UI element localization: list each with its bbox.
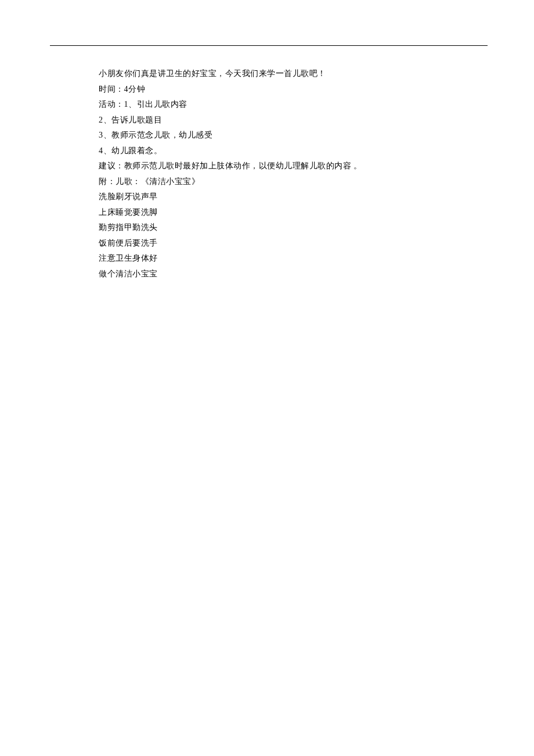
text-line: 建议：教师示范儿歌时最好加上肢体动作，以便幼儿理解儿歌的内容 。 xyxy=(99,159,464,174)
text-line: 上床睡觉要洗脚 xyxy=(99,205,464,221)
text-line: 洗脸刷牙说声早 xyxy=(99,189,464,205)
text-line: 2、告诉儿歌题目 xyxy=(99,113,464,128)
horizontal-rule xyxy=(50,45,488,46)
text-line: 活动：1、引出儿歌内容 xyxy=(99,97,464,113)
text-line: 勤剪指甲勤洗头 xyxy=(99,220,464,236)
text-line: 3、教师示范念儿歌，幼儿感受 xyxy=(99,128,464,143)
text-line: 小朋友你们真是讲卫生的好宝宝，今天我们来学一首儿歌吧！ xyxy=(99,66,464,82)
text-line: 饭前便后要洗手 xyxy=(99,236,464,251)
document-content: 小朋友你们真是讲卫生的好宝宝，今天我们来学一首儿歌吧！ 时间：4分钟 活动：1、… xyxy=(99,66,464,282)
text-line: 附：儿歌：《清洁小宝宝》 xyxy=(99,174,464,190)
text-line: 时间：4分钟 xyxy=(99,82,464,98)
text-line: 4、幼儿跟着念。 xyxy=(99,143,464,159)
text-line: 做个清洁小宝宝 xyxy=(99,267,464,282)
text-line: 注意卫生身体好 xyxy=(99,251,464,267)
